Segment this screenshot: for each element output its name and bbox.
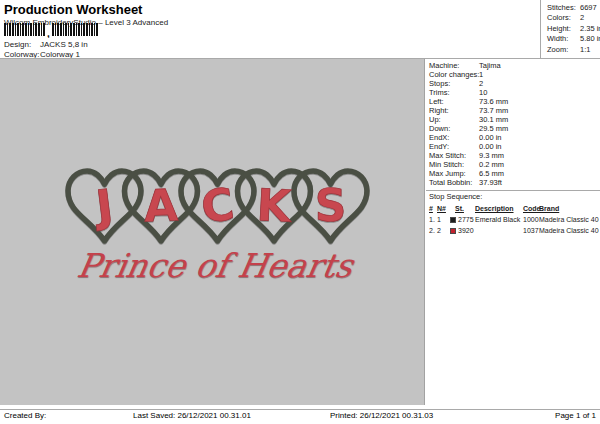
created-by-label: Created By: <box>4 411 46 420</box>
machine-row: Right:73.7 mm <box>426 106 600 115</box>
machine-row: Up:30.1 mm <box>426 115 600 124</box>
thread-color-swatch <box>450 228 456 234</box>
design-name-row: Design: JACKS 5,8 in <box>4 40 88 49</box>
stop-sequence-title: Stop Sequence: <box>429 192 600 202</box>
barcode-image: , <box>4 23 101 38</box>
stat-colors: Colors:2 <box>547 13 600 23</box>
design-stats-box: Stitches:6697 Colors:2 Height:2.35 in Wi… <box>540 0 600 59</box>
machine-row: Trims:10 <box>426 88 600 97</box>
printed-text: Printed: 26/12/2021 00.31.03 <box>330 411 433 420</box>
table-row: 2. 2 3920 1037 Madeira Classic 40 <box>429 225 600 236</box>
machine-row: EndX:0.00 in <box>426 133 600 142</box>
design-value: JACKS 5,8 in <box>40 40 88 49</box>
footer-divider <box>0 409 600 410</box>
table-row: 1. 1 2775 Emerald Black 1000 Madeira Cla… <box>429 214 600 225</box>
machine-row: Down:29.5 mm <box>426 124 600 133</box>
page-number: Page 1 of 1 <box>555 411 596 420</box>
letter-a: A <box>143 179 179 231</box>
stat-height: Height:2.35 in <box>547 24 600 34</box>
machine-row: Machine:Tajima <box>426 61 600 70</box>
stat-zoom: Zoom:1:1 <box>547 45 600 55</box>
machine-row: Stops:2 <box>426 79 600 88</box>
machine-row: Left:73.6 mm <box>426 97 600 106</box>
stop-sequence-table: # N# St. Description Code Brand 1. 1 277… <box>429 203 600 236</box>
machine-row: Color changes:1 <box>426 70 600 79</box>
last-saved-text: Last Saved: 26/12/2021 00.31.01 <box>133 411 251 420</box>
machine-row: Max Stitch:9.3 mm <box>426 151 600 160</box>
machine-row: EndY:0.00 in <box>426 142 600 151</box>
thread-color-swatch <box>450 217 456 223</box>
footer: Created By: Last Saved: 26/12/2021 00.31… <box>0 411 600 424</box>
page-title: Production Worksheet <box>4 2 142 17</box>
letter-k: K <box>256 179 295 232</box>
letter-c: C <box>198 178 237 233</box>
hearts-motif: J A C K S <box>60 165 375 250</box>
machine-row: Total Bobbin:37.93ft <box>426 178 600 187</box>
script-text: Prince of Hearts <box>46 243 384 289</box>
table-header-row: # N# St. Description Code Brand <box>429 203 600 214</box>
letter-j: J <box>90 179 115 232</box>
stat-stitches: Stitches:6697 <box>547 3 600 13</box>
production-worksheet-page: Production Worksheet Wilcom EmbroiderySt… <box>0 0 600 424</box>
letter-s: S <box>315 180 347 231</box>
machine-info-panel: Machine:Tajima Color changes:1 Stops:2 T… <box>426 59 600 236</box>
barcode-separator: , <box>47 28 50 38</box>
design-label: Design: <box>4 40 40 49</box>
design-canvas: J A C K S Prince of Hearts <box>0 59 425 405</box>
stat-width: Width:5.80 in <box>547 34 600 44</box>
machine-row: Min Stitch:0.2 mm <box>426 160 600 169</box>
machine-row: Max Jump:6.5 mm <box>426 169 600 178</box>
stop-sequence-section: Stop Sequence: # N# St. Description Code… <box>426 190 600 236</box>
